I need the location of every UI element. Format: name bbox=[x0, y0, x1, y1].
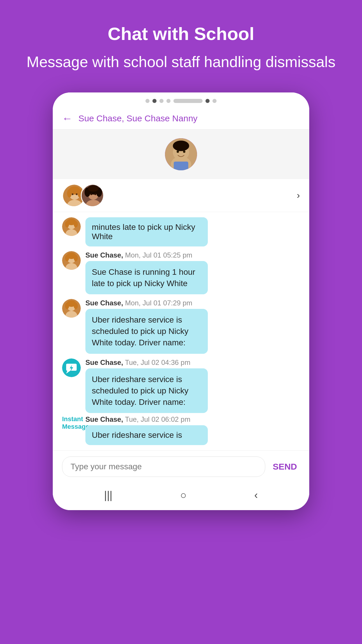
phone-dot-6 bbox=[212, 99, 217, 103]
svg-point-23 bbox=[94, 193, 96, 195]
partial-message-container: Sue Chase, Tue, Jul 02 06:02 pm Uber rid… bbox=[85, 415, 300, 445]
phone-bottom-nav: ||| ○ ‹ bbox=[53, 483, 309, 510]
phone-pill bbox=[173, 99, 203, 103]
message-group-2: Sue Chase, Mon, Jul 01 07:29 pm Uber rid… bbox=[53, 297, 309, 356]
svg-point-14 bbox=[76, 193, 78, 195]
nav-home-icon[interactable]: ○ bbox=[180, 489, 187, 501]
msg-avatar-3 bbox=[62, 358, 81, 377]
sender-name-3: Sue Chase, bbox=[85, 358, 123, 366]
child-avatar-image bbox=[165, 138, 197, 170]
msg-avatar-1 bbox=[62, 251, 81, 270]
msg-content-0: minutes late to pick up Nicky White bbox=[85, 217, 300, 246]
msg-bubble-2: Uber rideshare service is scheduled to p… bbox=[85, 309, 208, 354]
msg-meta-3: Sue Chase, Tue, Jul 02 04:36 pm bbox=[85, 358, 300, 367]
chat-title: Sue Chase, Sue Chase Nanny bbox=[78, 113, 198, 123]
back-button[interactable]: ← bbox=[62, 112, 73, 125]
nav-back-icon[interactable]: ‹ bbox=[254, 489, 258, 501]
svg-point-35 bbox=[74, 255, 78, 261]
timestamp-3: Tue, Jul 02 04:36 pm bbox=[125, 358, 191, 366]
msg-content-2: Sue Chase, Mon, Jul 01 07:29 pm Uber rid… bbox=[85, 299, 300, 354]
people-row[interactable]: › bbox=[53, 179, 309, 212]
phone-frame: ← Sue Chase, Sue Chase Nanny bbox=[53, 92, 309, 510]
svg-point-28 bbox=[65, 221, 69, 228]
app-header: ← Sue Chase, Sue Chase Nanny bbox=[53, 108, 309, 130]
msg-sue-avatar-1 bbox=[62, 251, 81, 270]
phone-dot-4 bbox=[166, 99, 171, 103]
phone-dot-2 bbox=[152, 99, 157, 103]
message-group-0: minutes late to pick up Nicky White bbox=[53, 215, 309, 249]
nav-recent-apps-icon[interactable]: ||| bbox=[104, 489, 112, 501]
svg-rect-6 bbox=[174, 162, 188, 170]
svg-point-34 bbox=[65, 255, 69, 261]
msg-content-1: Sue Chase, Mon, Jul 01 05:25 pm Sue Chas… bbox=[85, 251, 300, 294]
message-input[interactable] bbox=[62, 456, 265, 477]
header-section: Chat with School Message with school sta… bbox=[27, 0, 335, 84]
svg-point-21 bbox=[88, 186, 99, 192]
profile-section bbox=[53, 130, 309, 179]
sender-name-4: Sue Chase, bbox=[85, 415, 123, 423]
msg-avatar-2 bbox=[62, 299, 81, 318]
svg-point-5 bbox=[183, 150, 185, 153]
svg-point-40 bbox=[65, 303, 69, 309]
phone-dot-3 bbox=[159, 99, 164, 103]
sender-name-2: Sue Chase, bbox=[85, 299, 123, 307]
message-group-1: Sue Chase, Mon, Jul 01 05:25 pm Sue Chas… bbox=[53, 249, 309, 297]
msg-meta-4: Sue Chase, Tue, Jul 02 06:02 pm bbox=[85, 415, 300, 424]
page-title: Chat with School bbox=[27, 23, 335, 44]
page-background: Chat with School Message with school sta… bbox=[0, 0, 362, 644]
svg-point-41 bbox=[74, 303, 78, 309]
nanny-avatar-image bbox=[82, 185, 104, 207]
phone-dot-1 bbox=[145, 99, 150, 103]
msg-sue-avatar-2 bbox=[62, 299, 81, 318]
sender-name-1: Sue Chase, bbox=[85, 251, 123, 259]
svg-point-3 bbox=[173, 141, 189, 151]
msg-instant-avatar-3 bbox=[62, 358, 81, 377]
svg-point-29 bbox=[74, 221, 78, 228]
msg-bubble-0-partial: minutes late to pick up Nicky White bbox=[85, 217, 208, 246]
msg-meta-2: Sue Chase, Mon, Jul 01 07:29 pm bbox=[85, 299, 300, 307]
msg-bubble-3: Uber rideshare service is scheduled to p… bbox=[85, 368, 208, 413]
send-button[interactable]: SEND bbox=[270, 462, 300, 472]
phone-dot-5 bbox=[205, 99, 210, 103]
instant-messages-label-container: Instant Messages bbox=[62, 415, 81, 431]
person-avatar-nanny bbox=[81, 184, 104, 207]
chevron-right-icon[interactable]: › bbox=[297, 190, 300, 201]
msg-meta-1: Sue Chase, Mon, Jul 01 05:25 pm bbox=[85, 251, 300, 259]
instant-messages-label: Instant Messages bbox=[62, 415, 81, 431]
msg-bubble-4-partial: Uber rideshare service is bbox=[85, 425, 208, 445]
child-avatar bbox=[165, 138, 197, 170]
timestamp-1: Mon, Jul 01 05:25 pm bbox=[125, 251, 192, 259]
msg-sue-avatar-0 bbox=[62, 217, 81, 236]
chat-messages-area: minutes late to pick up Nicky White bbox=[53, 212, 309, 451]
msg-avatar-0 bbox=[62, 217, 81, 236]
timestamp-4: Tue, Jul 02 06:02 pm bbox=[125, 415, 191, 423]
timestamp-2: Mon, Jul 01 07:29 pm bbox=[125, 299, 192, 307]
svg-point-13 bbox=[72, 193, 73, 195]
msg-content-3: Sue Chase, Tue, Jul 02 04:36 pm Uber rid… bbox=[85, 358, 300, 413]
page-subtitle: Message with school staff handling dismi… bbox=[27, 52, 335, 72]
svg-point-22 bbox=[90, 193, 92, 195]
svg-point-4 bbox=[177, 150, 179, 153]
phone-top-bar bbox=[53, 92, 309, 108]
svg-point-11 bbox=[67, 189, 72, 197]
message-input-area: SEND bbox=[53, 450, 309, 483]
msg-bubble-1: Sue Chase is running 1 hour late to pick… bbox=[85, 261, 208, 294]
instant-messages-row: Instant Messages Sue Chase, Tue, Jul 02 … bbox=[53, 415, 309, 447]
message-group-3: Sue Chase, Tue, Jul 02 04:36 pm Uber rid… bbox=[53, 356, 309, 416]
